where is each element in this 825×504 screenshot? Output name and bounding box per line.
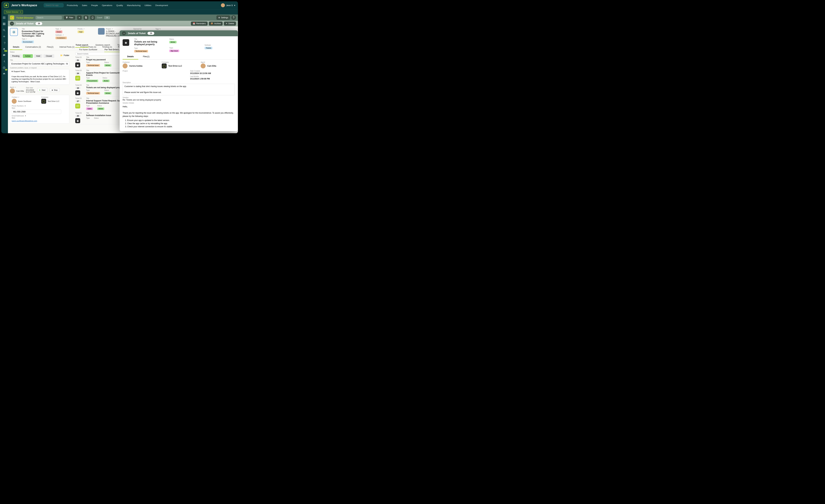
nav-people[interactable]: People [91,4,98,7]
svg-rect-10 [4,23,5,24]
tab-files[interactable]: Files(2) [44,45,57,50]
dashboard-icon[interactable] [3,23,6,26]
float-date-created-label: Date Created [190,70,235,72]
float-back-button[interactable]: → [122,31,126,35]
app-tab-ticket-director[interactable]: Ticket Director × [4,10,23,14]
float-subtopic-chip: Tickets [205,47,212,49]
nav-productivity[interactable]: Productivity [67,4,78,7]
delete-button[interactable]: ✕ Delete [224,22,236,25]
copy-button[interactable] [84,15,88,20]
ticket-type-label: Type [86,62,100,63]
opened-label: Opened for [133,28,151,30]
stop-button[interactable]: ■Stop [50,88,60,92]
app-search-input[interactable] [44,3,64,7]
float-agent: Cam Ellia [207,65,216,67]
ticket-row[interactable]: Ticket ID 27 🏷 Title Internal Support Ti… [75,96,125,111]
help-icon[interactable]: ? [3,41,6,45]
reminders-button[interactable]: 📅 Reminders [191,22,208,25]
external-link-icon[interactable]: ↗ [18,96,19,98]
nav-development[interactable]: Development [155,4,168,7]
status-closed[interactable]: Closed [44,54,54,58]
archive-button[interactable]: 📦 Archive [209,22,223,25]
ticket-type-chip: Technical issue [86,92,100,94]
chat-icon[interactable] [3,54,6,57]
details-panel: Status Pending Active Hold Closed 📁 Fold… [10,50,69,123]
float-title-label: Title [134,38,164,40]
ticket-icon: 🏷 [75,103,80,108]
email-link[interactable]: karen.sunflower@testdrive.com [12,120,37,122]
nav-sales[interactable]: Sales [82,4,87,7]
back-button[interactable]: → [10,22,14,25]
float-project-label: Project [123,70,185,72]
ticket-row[interactable]: Ticket ID 19 ◉ Title Tickets are not bei… [75,83,125,96]
nav-utilities[interactable]: Utilities [145,4,151,7]
user-menu[interactable]: Jenn S ▾ [221,3,235,7]
agent-name: Cam Ellia [16,90,24,92]
filter-button[interactable]: Filter [64,16,75,20]
ticket-row[interactable]: Ticket ID 24 🏷 Title Apparel Print Proje… [75,69,125,83]
start-button[interactable]: ▶Start [37,88,48,92]
start-time: 5:17:23 PM [26,91,35,93]
search-icon[interactable] [3,29,6,32]
ticket-id-label: Ticket ID [75,84,84,86]
plus-icon[interactable] [3,35,6,38]
grid-icon[interactable] [3,16,6,20]
float-solution-details: Hello, Thank you for reporting the issue… [123,104,235,129]
status-hold[interactable]: Hold [34,54,43,58]
external-link-icon[interactable]: ↗ [62,34,64,36]
cloud-upload-icon[interactable] [3,73,6,76]
float-description[interactable]: Customer is stating that she's having is… [123,84,235,95]
folder-button[interactable]: 📁 Folder [60,54,69,57]
ticket-title-label: Title [86,112,125,114]
tab-details[interactable]: Details [10,45,22,50]
title-input[interactable] [10,62,69,66]
status-pending[interactable]: Pending [10,54,22,58]
refresh-button[interactable] [90,15,95,20]
nav-operations[interactable]: Operations [102,4,112,7]
add-button[interactable]: + [77,15,82,20]
clock-icon[interactable]: 1 [3,67,6,70]
tab-conversations[interactable]: Conversations (2) [22,45,44,50]
edit-icon[interactable]: ✎ [159,28,161,30]
search-input[interactable]: Search [35,16,62,19]
ticket-title-label: Title [86,70,125,71]
ticket-search-input[interactable] [75,52,125,56]
add-email-icon[interactable]: + [25,115,26,117]
add-phone-icon[interactable]: + [24,105,25,107]
close-icon[interactable]: × [20,11,21,13]
nav-quality[interactable]: Quality [116,4,123,7]
ticket-title: Econoclave Project for Customer ABC Ligh… [22,30,52,37]
svg-point-17 [4,61,5,61]
problem-textarea[interactable]: Hi Support Team, I hope this email finds… [10,69,69,85]
float-type-chip: Technical issue [134,50,148,53]
external-link-icon[interactable]: ↗ [15,86,16,88]
phone-input[interactable] [12,110,61,114]
tab-ticket-search[interactable]: Ticket search [75,43,89,48]
ticket-title-label: Title [86,56,125,58]
ticket-status-label: Status [104,89,111,91]
nav-manufacturing[interactable]: Manufacturing [127,4,140,7]
subtab-contact[interactable]: For Karen Sunflower [79,48,98,52]
user-name: Jenn S [226,4,233,7]
external-link-icon[interactable]: ↗ [60,28,61,30]
title-label: Title [22,28,52,30]
tab-solutions-search[interactable]: Solutions search [95,43,110,48]
subheader: → Details of Ticket 28 📅 Reminders 📦 Arc… [8,21,238,26]
run-icon[interactable] [3,60,6,64]
tab-internal-posts[interactable]: Internal Posts (1) [57,45,77,50]
svg-rect-12 [4,24,5,25]
help-button[interactable]: ? [231,15,236,20]
svg-rect-2 [5,16,5,17]
float-tab-files[interactable]: Files(1) [138,54,154,60]
external-link-icon[interactable]: ↗ [26,38,27,40]
ticket-row[interactable]: Ticket ID 21 ◉ Title Forgot my password … [75,56,125,69]
app-logo[interactable] [4,3,9,8]
float-tab-details[interactable]: Details [123,54,138,60]
external-link-icon[interactable]: ↗ [111,28,113,30]
settings-button[interactable]: ⚙ Settings [217,15,230,20]
status-active[interactable]: Active [23,54,33,58]
external-link-icon[interactable]: ↗ [83,28,84,30]
bell-icon[interactable]: 18 [3,48,6,51]
ticket-row[interactable]: Ticket ID 25 ◉ Title Software Installati… [75,111,125,124]
agent-label: Agent ↗ [10,86,24,88]
